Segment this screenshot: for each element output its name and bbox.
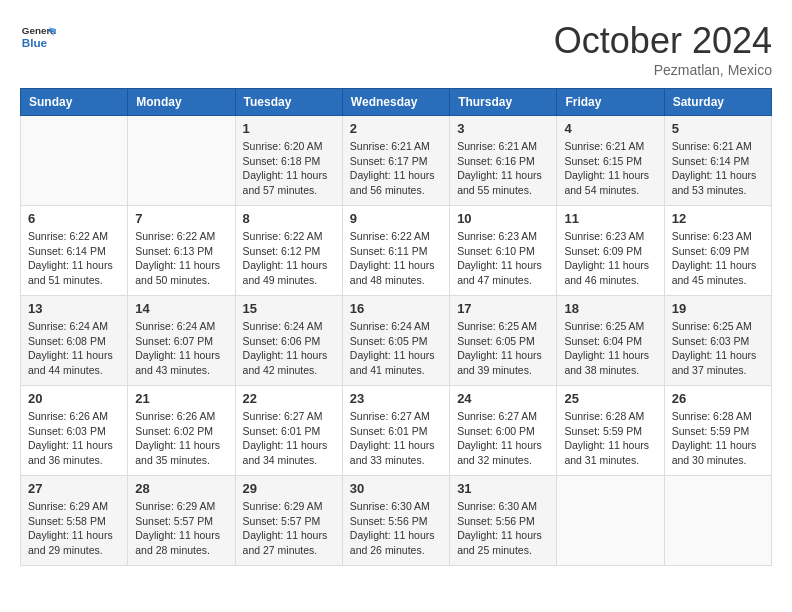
- location: Pezmatlan, Mexico: [554, 62, 772, 78]
- calendar-cell: 24Sunrise: 6:27 AM Sunset: 6:00 PM Dayli…: [450, 386, 557, 476]
- calendar-cell: 20Sunrise: 6:26 AM Sunset: 6:03 PM Dayli…: [21, 386, 128, 476]
- title-area: October 2024 Pezmatlan, Mexico: [554, 20, 772, 78]
- calendar-cell: 21Sunrise: 6:26 AM Sunset: 6:02 PM Dayli…: [128, 386, 235, 476]
- calendar-cell: 25Sunrise: 6:28 AM Sunset: 5:59 PM Dayli…: [557, 386, 664, 476]
- calendar-body: 1Sunrise: 6:20 AM Sunset: 6:18 PM Daylig…: [21, 116, 772, 566]
- calendar-cell: 18Sunrise: 6:25 AM Sunset: 6:04 PM Dayli…: [557, 296, 664, 386]
- day-number: 6: [28, 211, 120, 226]
- day-info: Sunrise: 6:24 AM Sunset: 6:06 PM Dayligh…: [243, 319, 335, 378]
- day-info: Sunrise: 6:25 AM Sunset: 6:03 PM Dayligh…: [672, 319, 764, 378]
- day-info: Sunrise: 6:24 AM Sunset: 6:08 PM Dayligh…: [28, 319, 120, 378]
- day-number: 11: [564, 211, 656, 226]
- day-number: 2: [350, 121, 442, 136]
- day-info: Sunrise: 6:30 AM Sunset: 5:56 PM Dayligh…: [350, 499, 442, 558]
- day-number: 9: [350, 211, 442, 226]
- logo-icon: General Blue: [20, 20, 56, 56]
- day-number: 8: [243, 211, 335, 226]
- calendar-cell: [664, 476, 771, 566]
- day-number: 13: [28, 301, 120, 316]
- calendar-cell: [128, 116, 235, 206]
- calendar-cell: 5Sunrise: 6:21 AM Sunset: 6:14 PM Daylig…: [664, 116, 771, 206]
- calendar-cell: 8Sunrise: 6:22 AM Sunset: 6:12 PM Daylig…: [235, 206, 342, 296]
- day-info: Sunrise: 6:22 AM Sunset: 6:12 PM Dayligh…: [243, 229, 335, 288]
- day-info: Sunrise: 6:30 AM Sunset: 5:56 PM Dayligh…: [457, 499, 549, 558]
- calendar-cell: 17Sunrise: 6:25 AM Sunset: 6:05 PM Dayli…: [450, 296, 557, 386]
- logo: General Blue: [20, 20, 56, 56]
- day-info: Sunrise: 6:20 AM Sunset: 6:18 PM Dayligh…: [243, 139, 335, 198]
- calendar-cell: 10Sunrise: 6:23 AM Sunset: 6:10 PM Dayli…: [450, 206, 557, 296]
- day-number: 27: [28, 481, 120, 496]
- calendar-cell: 29Sunrise: 6:29 AM Sunset: 5:57 PM Dayli…: [235, 476, 342, 566]
- calendar-cell: 30Sunrise: 6:30 AM Sunset: 5:56 PM Dayli…: [342, 476, 449, 566]
- calendar-cell: 15Sunrise: 6:24 AM Sunset: 6:06 PM Dayli…: [235, 296, 342, 386]
- svg-text:Blue: Blue: [22, 36, 48, 49]
- day-number: 19: [672, 301, 764, 316]
- calendar-cell: 12Sunrise: 6:23 AM Sunset: 6:09 PM Dayli…: [664, 206, 771, 296]
- day-info: Sunrise: 6:25 AM Sunset: 6:05 PM Dayligh…: [457, 319, 549, 378]
- day-info: Sunrise: 6:27 AM Sunset: 6:00 PM Dayligh…: [457, 409, 549, 468]
- weekday-header: Tuesday: [235, 89, 342, 116]
- calendar-cell: 2Sunrise: 6:21 AM Sunset: 6:17 PM Daylig…: [342, 116, 449, 206]
- day-info: Sunrise: 6:21 AM Sunset: 6:16 PM Dayligh…: [457, 139, 549, 198]
- calendar-cell: 9Sunrise: 6:22 AM Sunset: 6:11 PM Daylig…: [342, 206, 449, 296]
- weekday-header: Sunday: [21, 89, 128, 116]
- day-number: 24: [457, 391, 549, 406]
- day-info: Sunrise: 6:22 AM Sunset: 6:14 PM Dayligh…: [28, 229, 120, 288]
- day-info: Sunrise: 6:21 AM Sunset: 6:14 PM Dayligh…: [672, 139, 764, 198]
- day-info: Sunrise: 6:21 AM Sunset: 6:15 PM Dayligh…: [564, 139, 656, 198]
- calendar-cell: 6Sunrise: 6:22 AM Sunset: 6:14 PM Daylig…: [21, 206, 128, 296]
- day-number: 26: [672, 391, 764, 406]
- day-number: 14: [135, 301, 227, 316]
- calendar-week-row: 6Sunrise: 6:22 AM Sunset: 6:14 PM Daylig…: [21, 206, 772, 296]
- day-info: Sunrise: 6:27 AM Sunset: 6:01 PM Dayligh…: [243, 409, 335, 468]
- month-title: October 2024: [554, 20, 772, 62]
- day-number: 30: [350, 481, 442, 496]
- weekday-header: Saturday: [664, 89, 771, 116]
- calendar-cell: 27Sunrise: 6:29 AM Sunset: 5:58 PM Dayli…: [21, 476, 128, 566]
- day-info: Sunrise: 6:29 AM Sunset: 5:57 PM Dayligh…: [135, 499, 227, 558]
- calendar-cell: 3Sunrise: 6:21 AM Sunset: 6:16 PM Daylig…: [450, 116, 557, 206]
- calendar-cell: 1Sunrise: 6:20 AM Sunset: 6:18 PM Daylig…: [235, 116, 342, 206]
- day-info: Sunrise: 6:25 AM Sunset: 6:04 PM Dayligh…: [564, 319, 656, 378]
- weekday-header: Thursday: [450, 89, 557, 116]
- day-number: 10: [457, 211, 549, 226]
- calendar-cell: 16Sunrise: 6:24 AM Sunset: 6:05 PM Dayli…: [342, 296, 449, 386]
- day-info: Sunrise: 6:29 AM Sunset: 5:58 PM Dayligh…: [28, 499, 120, 558]
- weekday-header: Monday: [128, 89, 235, 116]
- day-number: 15: [243, 301, 335, 316]
- day-number: 29: [243, 481, 335, 496]
- weekday-header-row: SundayMondayTuesdayWednesdayThursdayFrid…: [21, 89, 772, 116]
- day-info: Sunrise: 6:29 AM Sunset: 5:57 PM Dayligh…: [243, 499, 335, 558]
- day-number: 1: [243, 121, 335, 136]
- calendar-cell: 14Sunrise: 6:24 AM Sunset: 6:07 PM Dayli…: [128, 296, 235, 386]
- day-info: Sunrise: 6:21 AM Sunset: 6:17 PM Dayligh…: [350, 139, 442, 198]
- calendar-cell: 7Sunrise: 6:22 AM Sunset: 6:13 PM Daylig…: [128, 206, 235, 296]
- calendar-header: SundayMondayTuesdayWednesdayThursdayFrid…: [21, 89, 772, 116]
- calendar-cell: [557, 476, 664, 566]
- day-number: 16: [350, 301, 442, 316]
- calendar-cell: 4Sunrise: 6:21 AM Sunset: 6:15 PM Daylig…: [557, 116, 664, 206]
- day-info: Sunrise: 6:22 AM Sunset: 6:13 PM Dayligh…: [135, 229, 227, 288]
- calendar-cell: 19Sunrise: 6:25 AM Sunset: 6:03 PM Dayli…: [664, 296, 771, 386]
- day-number: 21: [135, 391, 227, 406]
- day-number: 28: [135, 481, 227, 496]
- day-info: Sunrise: 6:24 AM Sunset: 6:05 PM Dayligh…: [350, 319, 442, 378]
- calendar-cell: 28Sunrise: 6:29 AM Sunset: 5:57 PM Dayli…: [128, 476, 235, 566]
- calendar-cell: 13Sunrise: 6:24 AM Sunset: 6:08 PM Dayli…: [21, 296, 128, 386]
- calendar-cell: 26Sunrise: 6:28 AM Sunset: 5:59 PM Dayli…: [664, 386, 771, 476]
- calendar-cell: 22Sunrise: 6:27 AM Sunset: 6:01 PM Dayli…: [235, 386, 342, 476]
- day-number: 20: [28, 391, 120, 406]
- day-info: Sunrise: 6:26 AM Sunset: 6:03 PM Dayligh…: [28, 409, 120, 468]
- day-number: 22: [243, 391, 335, 406]
- day-number: 7: [135, 211, 227, 226]
- day-number: 12: [672, 211, 764, 226]
- day-number: 17: [457, 301, 549, 316]
- calendar-cell: 23Sunrise: 6:27 AM Sunset: 6:01 PM Dayli…: [342, 386, 449, 476]
- day-info: Sunrise: 6:23 AM Sunset: 6:09 PM Dayligh…: [672, 229, 764, 288]
- day-number: 18: [564, 301, 656, 316]
- calendar-week-row: 27Sunrise: 6:29 AM Sunset: 5:58 PM Dayli…: [21, 476, 772, 566]
- day-number: 25: [564, 391, 656, 406]
- day-info: Sunrise: 6:23 AM Sunset: 6:09 PM Dayligh…: [564, 229, 656, 288]
- page-header: General Blue October 2024 Pezmatlan, Mex…: [20, 20, 772, 78]
- day-info: Sunrise: 6:24 AM Sunset: 6:07 PM Dayligh…: [135, 319, 227, 378]
